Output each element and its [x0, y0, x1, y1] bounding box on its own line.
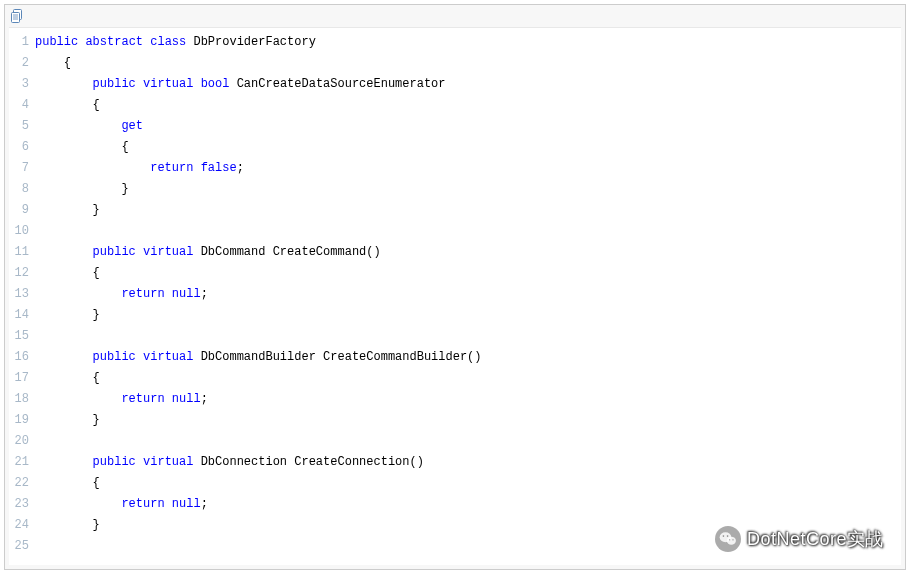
line-number: 14	[9, 305, 35, 326]
code-text: }	[35, 410, 901, 431]
code-line: 11 public virtual DbCommand CreateComman…	[9, 242, 901, 263]
code-text: get	[35, 116, 901, 137]
code-line: 10	[9, 221, 901, 242]
code-text: return null;	[35, 284, 901, 305]
line-number: 10	[9, 221, 35, 242]
code-area[interactable]: 1public abstract class DbProviderFactory…	[9, 27, 901, 565]
line-number: 20	[9, 431, 35, 452]
code-line: 13 return null;	[9, 284, 901, 305]
line-number: 5	[9, 116, 35, 137]
line-number: 8	[9, 179, 35, 200]
line-number: 16	[9, 347, 35, 368]
line-number: 11	[9, 242, 35, 263]
line-number: 19	[9, 410, 35, 431]
code-line: 17 {	[9, 368, 901, 389]
code-line: 3 public virtual bool CanCreateDataSourc…	[9, 74, 901, 95]
code-text: {	[35, 95, 901, 116]
code-block: 1public abstract class DbProviderFactory…	[4, 4, 906, 570]
line-number: 4	[9, 95, 35, 116]
code-text: public virtual bool CanCreateDataSourceE…	[35, 74, 901, 95]
svg-rect-1	[12, 13, 20, 23]
line-number: 2	[9, 53, 35, 74]
code-line: 2 {	[9, 53, 901, 74]
code-text: public abstract class DbProviderFactory	[35, 32, 901, 53]
code-text: public virtual DbConnection CreateConnec…	[35, 452, 901, 473]
code-line: 25	[9, 536, 901, 557]
code-line: 5 get	[9, 116, 901, 137]
code-line: 20	[9, 431, 901, 452]
code-line: 23 return null;	[9, 494, 901, 515]
code-line: 6 {	[9, 137, 901, 158]
code-text: return null;	[35, 389, 901, 410]
code-text: {	[35, 263, 901, 284]
line-number: 15	[9, 326, 35, 347]
code-line: 1public abstract class DbProviderFactory	[9, 32, 901, 53]
line-number: 6	[9, 137, 35, 158]
code-line: 16 public virtual DbCommandBuilder Creat…	[9, 347, 901, 368]
code-line: 4 {	[9, 95, 901, 116]
code-line: 8 }	[9, 179, 901, 200]
code-line: 19 }	[9, 410, 901, 431]
code-line: 18 return null;	[9, 389, 901, 410]
code-text: {	[35, 53, 901, 74]
code-text: public virtual DbCommandBuilder CreateCo…	[35, 347, 901, 368]
code-text: }	[35, 200, 901, 221]
line-number: 12	[9, 263, 35, 284]
code-line: 22 {	[9, 473, 901, 494]
code-text: }	[35, 305, 901, 326]
line-number: 3	[9, 74, 35, 95]
code-text: }	[35, 179, 901, 200]
copy-icon[interactable]	[11, 9, 25, 23]
code-text: return false;	[35, 158, 901, 179]
code-line: 24 }	[9, 515, 901, 536]
line-number: 13	[9, 284, 35, 305]
line-number: 7	[9, 158, 35, 179]
code-line: 14 }	[9, 305, 901, 326]
line-number: 18	[9, 389, 35, 410]
line-number: 22	[9, 473, 35, 494]
code-line: 9 }	[9, 200, 901, 221]
line-number: 9	[9, 200, 35, 221]
code-line: 12 {	[9, 263, 901, 284]
code-text: public virtual DbCommand CreateCommand()	[35, 242, 901, 263]
line-number: 25	[9, 536, 35, 557]
line-number: 23	[9, 494, 35, 515]
code-toolbar	[5, 5, 905, 27]
line-number: 21	[9, 452, 35, 473]
code-line: 21 public virtual DbConnection CreateCon…	[9, 452, 901, 473]
line-number: 17	[9, 368, 35, 389]
code-line: 15	[9, 326, 901, 347]
line-number: 24	[9, 515, 35, 536]
code-text: {	[35, 137, 901, 158]
line-number: 1	[9, 32, 35, 53]
code-text: {	[35, 473, 901, 494]
code-text: }	[35, 515, 901, 536]
code-text: return null;	[35, 494, 901, 515]
code-text: {	[35, 368, 901, 389]
code-line: 7 return false;	[9, 158, 901, 179]
